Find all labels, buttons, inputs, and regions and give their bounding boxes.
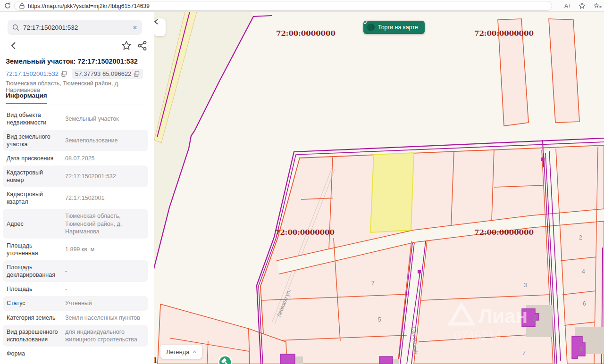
- building: [280, 354, 295, 364]
- share-icon[interactable]: [137, 40, 148, 51]
- search-input[interactable]: [23, 24, 129, 31]
- object-title: Земельный участок: 72:17:1502001:532: [6, 58, 147, 65]
- table-row: Кадастровый квартал72:17:1502001: [3, 187, 148, 209]
- cadastral-map[interactable]: Лиан 0745214 7 5 3 5 7 2 4 6 8 Лебяжья у…: [154, 12, 604, 364]
- svg-text:A: A: [564, 3, 568, 9]
- boundary-node: [418, 270, 421, 273]
- parcel-number: 3: [524, 282, 527, 289]
- trading-button-label: Торги на карте: [378, 24, 418, 31]
- boundary-node: [541, 157, 545, 161]
- table-row: Вид объекта недвижимостиЗемельный участо…: [3, 108, 148, 130]
- map-canvas[interactable]: Лиан 0745214 7 5 3 5 7 2 4 6 8 Лебяжья у…: [154, 12, 604, 364]
- chips-row: 72:17:1502001:532 57.37793 65.096622: [6, 69, 143, 79]
- clear-search-icon[interactable]: ×: [133, 24, 137, 32]
- table-row: АдресТюменская область, Тюменский район,…: [3, 209, 148, 239]
- selected-parcel[interactable]: [370, 153, 414, 232]
- parcel-number: 4: [582, 268, 585, 275]
- table-row: Площадь уточненная1 899 кв. м: [3, 239, 148, 260]
- read-aloud-icon[interactable]: A: [563, 2, 571, 10]
- parcel-number: 7: [371, 280, 375, 287]
- copy-icon[interactable]: [61, 71, 67, 77]
- tab-information[interactable]: Информация: [6, 92, 47, 104]
- chevron-left-icon: [154, 18, 159, 25]
- legend-button[interactable]: Легенда ∧: [160, 345, 202, 359]
- back-icon[interactable]: [8, 40, 20, 51]
- parcel-number: 8: [580, 346, 583, 352]
- parcel-number: 5: [378, 316, 381, 323]
- parcel-number: 2: [579, 234, 582, 241]
- table-row: Кадастровый номер72:17:1502001:532: [3, 165, 148, 187]
- quarter-label: 72:00:0000000: [474, 29, 534, 38]
- lock-icon: [19, 3, 25, 9]
- quarter-corner-number: 1: [154, 356, 158, 364]
- building: [379, 356, 393, 364]
- address-bar[interactable]: https://map.ru/pkk?ysclid=mj2kr7lbbg6157…: [14, 1, 552, 11]
- table-row: Площадь декларированная-: [3, 260, 148, 282]
- copy-icon[interactable]: [134, 71, 140, 77]
- favorite-star-icon[interactable]: [578, 2, 586, 10]
- url-text[interactable]: https://map.ru/pkk?ysclid=mj2kr7lbbg6157…: [28, 3, 150, 9]
- search-box[interactable]: ×: [8, 20, 142, 35]
- quarter-label: 72:00:0000000: [276, 29, 336, 38]
- browser-bar: https://map.ru/pkk?ysclid=mj2kr7lbbg6157…: [0, 0, 604, 12]
- parcel-number: 7: [522, 350, 526, 356]
- tabs: Информация: [0, 90, 149, 105]
- table-row: Категория земельЗемли населенных пунктов: [3, 311, 148, 325]
- svg-text:Лиан: Лиан: [478, 305, 528, 327]
- reload-icon[interactable]: [4, 2, 11, 9]
- table-row: Дата присвоения08.07.2025: [3, 151, 148, 165]
- svg-text:0745214: 0745214: [454, 329, 502, 343]
- search-icon: [12, 24, 19, 31]
- quarter-label: 72:00:0000000: [474, 228, 534, 237]
- bookmark-star-icon[interactable]: [121, 40, 132, 51]
- auction-marker[interactable]: [219, 356, 232, 364]
- parcel-number: 5: [533, 315, 537, 322]
- parcel-info-panel: × Земельный участок: 72:17:1502001:532 7…: [0, 12, 154, 364]
- parcel-number: 6: [583, 300, 586, 307]
- table-row: СтатусУчтенный: [3, 296, 148, 310]
- trading-on-map-button[interactable]: Торги на карте: [363, 21, 425, 34]
- gavel-watermark-icon: [363, 21, 376, 33]
- legend-button-label: Легенда: [166, 348, 189, 356]
- table-row: Форма: [3, 347, 148, 361]
- collections-icon[interactable]: [594, 2, 602, 10]
- collapse-panel-button[interactable]: [154, 18, 166, 36]
- table-row: Вид разрешенного использованиядля индиви…: [3, 325, 148, 347]
- coordinates-chip[interactable]: 57.37793 65.096622: [72, 69, 143, 79]
- cadastral-number-link[interactable]: 72:17:1502001:532: [6, 70, 67, 77]
- chevron-up-icon: ∧: [193, 349, 197, 354]
- table-row: Вид земельного участкаЗемлепользование: [3, 130, 148, 151]
- table-row: Площадь-: [3, 282, 148, 296]
- info-table: Вид объекта недвижимостиЗемельный участо…: [3, 108, 148, 361]
- actions-row: [8, 40, 144, 52]
- quarter-label: 72:00:0000000: [275, 228, 335, 237]
